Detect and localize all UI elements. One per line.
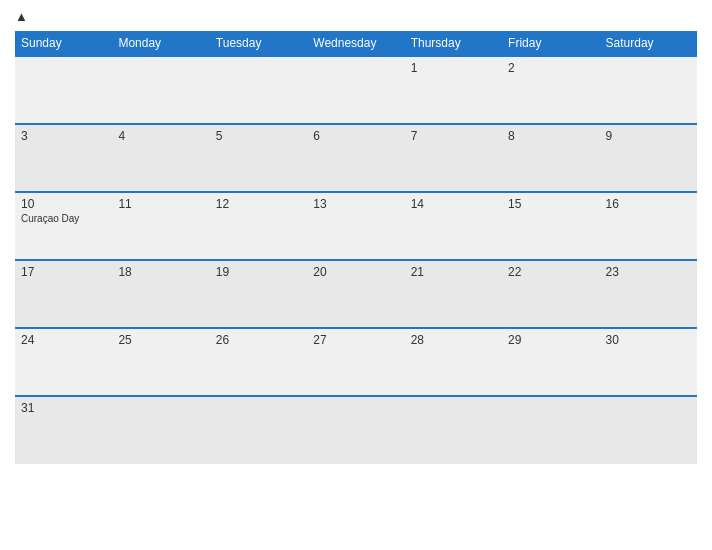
day-number: 28 (411, 333, 496, 347)
calendar-cell: 25 (112, 328, 209, 396)
day-number: 19 (216, 265, 301, 279)
calendar-cell (112, 56, 209, 124)
weekday-header-row: SundayMondayTuesdayWednesdayThursdayFrid… (15, 31, 697, 56)
week-row-3: 10Curaçao Day111213141516 (15, 192, 697, 260)
calendar-cell: 24 (15, 328, 112, 396)
day-number: 25 (118, 333, 203, 347)
day-number: 5 (216, 129, 301, 143)
weekday-wednesday: Wednesday (307, 31, 404, 56)
day-number: 14 (411, 197, 496, 211)
day-number: 4 (118, 129, 203, 143)
calendar-cell: 21 (405, 260, 502, 328)
day-number: 27 (313, 333, 398, 347)
day-number: 9 (606, 129, 691, 143)
week-row-2: 3456789 (15, 124, 697, 192)
calendar-cell: 9 (600, 124, 697, 192)
calendar-cell: 29 (502, 328, 599, 396)
calendar-cell: 13 (307, 192, 404, 260)
calendar-cell (405, 396, 502, 464)
calendar-cell: 22 (502, 260, 599, 328)
weekday-friday: Friday (502, 31, 599, 56)
calendar-cell: 5 (210, 124, 307, 192)
calendar-cell: 1 (405, 56, 502, 124)
day-number: 1 (411, 61, 496, 75)
calendar-cell (112, 396, 209, 464)
day-number: 10 (21, 197, 106, 211)
day-number: 17 (21, 265, 106, 279)
weekday-thursday: Thursday (405, 31, 502, 56)
calendar-cell: 4 (112, 124, 209, 192)
calendar-wrapper: ▲ SundayMondayTuesdayWednesdayThursdayFr… (0, 0, 712, 550)
calendar-cell: 11 (112, 192, 209, 260)
weekday-saturday: Saturday (600, 31, 697, 56)
week-row-1: 12 (15, 56, 697, 124)
week-row-6: 31 (15, 396, 697, 464)
day-number: 20 (313, 265, 398, 279)
calendar-cell: 26 (210, 328, 307, 396)
calendar-table: SundayMondayTuesdayWednesdayThursdayFrid… (15, 31, 697, 464)
calendar-cell: 28 (405, 328, 502, 396)
calendar-cell (600, 396, 697, 464)
day-number: 8 (508, 129, 593, 143)
day-number: 13 (313, 197, 398, 211)
weekday-monday: Monday (112, 31, 209, 56)
day-number: 23 (606, 265, 691, 279)
day-number: 31 (21, 401, 106, 415)
day-number: 3 (21, 129, 106, 143)
calendar-cell: 3 (15, 124, 112, 192)
day-number: 12 (216, 197, 301, 211)
calendar-cell: 27 (307, 328, 404, 396)
calendar-cell: 23 (600, 260, 697, 328)
calendar-cell (502, 396, 599, 464)
calendar-cell: 18 (112, 260, 209, 328)
day-number: 18 (118, 265, 203, 279)
day-number: 15 (508, 197, 593, 211)
calendar-cell (307, 396, 404, 464)
day-number: 30 (606, 333, 691, 347)
day-number: 24 (21, 333, 106, 347)
calendar-cell (600, 56, 697, 124)
weekday-tuesday: Tuesday (210, 31, 307, 56)
calendar-header: ▲ (15, 10, 697, 23)
day-number: 6 (313, 129, 398, 143)
day-number: 26 (216, 333, 301, 347)
event-label: Curaçao Day (21, 213, 106, 224)
day-number: 22 (508, 265, 593, 279)
day-number: 7 (411, 129, 496, 143)
calendar-cell (210, 396, 307, 464)
calendar-cell: 16 (600, 192, 697, 260)
weekday-sunday: Sunday (15, 31, 112, 56)
calendar-cell (307, 56, 404, 124)
calendar-cell (15, 56, 112, 124)
calendar-cell: 6 (307, 124, 404, 192)
calendar-cell: 10Curaçao Day (15, 192, 112, 260)
calendar-cell (210, 56, 307, 124)
day-number: 21 (411, 265, 496, 279)
calendar-cell: 2 (502, 56, 599, 124)
calendar-cell: 17 (15, 260, 112, 328)
calendar-cell: 31 (15, 396, 112, 464)
calendar-cell: 12 (210, 192, 307, 260)
day-number: 29 (508, 333, 593, 347)
day-number: 2 (508, 61, 593, 75)
calendar-cell: 8 (502, 124, 599, 192)
calendar-cell: 20 (307, 260, 404, 328)
calendar-cell: 15 (502, 192, 599, 260)
day-number: 11 (118, 197, 203, 211)
week-row-5: 24252627282930 (15, 328, 697, 396)
calendar-cell: 19 (210, 260, 307, 328)
day-number: 16 (606, 197, 691, 211)
calendar-cell: 14 (405, 192, 502, 260)
calendar-cell: 7 (405, 124, 502, 192)
logo-general-text: ▲ (15, 10, 28, 23)
calendar-cell: 30 (600, 328, 697, 396)
week-row-4: 17181920212223 (15, 260, 697, 328)
logo: ▲ (15, 10, 28, 23)
